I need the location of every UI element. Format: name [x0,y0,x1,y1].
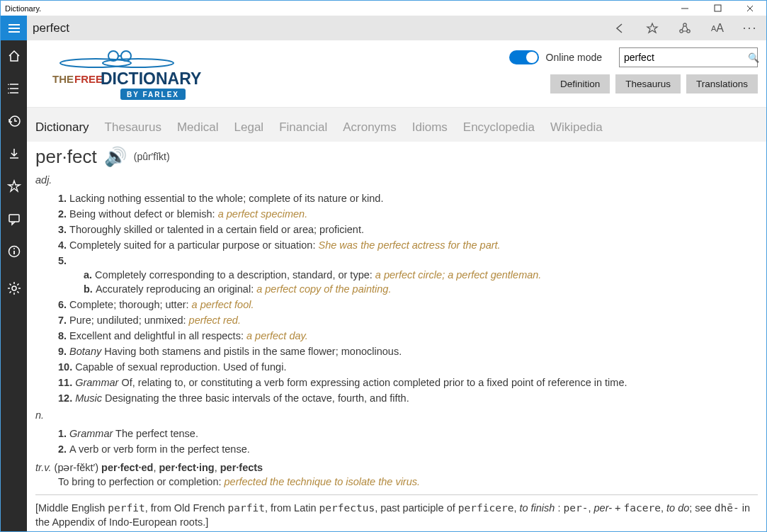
online-mode-row: Online mode [509,50,602,64]
entry-body: per·fect 🔊 (pûr′fĭkt) adj. 1.Lacking not… [27,142,766,531]
search-icon[interactable]: 🔍 [748,52,759,63]
svg-point-15 [12,286,16,290]
definition-item: 11.Grammar Of, relating to, or constitut… [58,375,758,390]
svg-point-9 [687,29,690,32]
window-title: Dictionary. [5,4,669,13]
definitions-n: 1.Grammar The perfect tense.2.A verb or … [35,426,758,456]
header-right: Online mode 🔍 Definition Thesaurus Trans… [509,47,758,94]
definition-item: 12.Music Designating the three basic int… [58,391,758,405]
tab-financial[interactable]: Financial [279,120,327,135]
pos-n: n. [35,408,758,422]
toolbar-right: AA ··· [603,16,766,40]
speaker-icon[interactable]: 🔊 [104,145,127,170]
svg-point-8 [680,29,683,32]
trv-def: To bring to perfection or completion: [58,476,225,487]
logo-dict: DICTIONARY [101,69,201,88]
category-tabs: Dictionary Thesaurus Medical Legal Finan… [27,107,766,142]
definition-item: 9.Botany Having both stamens and pistils… [58,344,758,358]
definition-item: 8.Excellent and delightful in all respec… [58,329,758,343]
transitive-verb: tr.v. (pər-fĕkt′) per·fect·ed, per·fect·… [35,460,758,489]
text-size-button[interactable]: AA [701,16,734,40]
definition-item: 2.A verb or verb form in the perfect ten… [58,442,758,456]
headword: per·fect [35,145,97,170]
search-box[interactable]: 🔍 [619,47,758,67]
svg-rect-1 [715,5,721,11]
sidebar-history-icon[interactable] [1,111,27,131]
sidebar-home-icon[interactable] [1,46,27,66]
thesaurus-button[interactable]: Thesaurus [615,74,681,94]
favorite-button[interactable] [636,16,669,40]
sidebar-settings-icon[interactable] [1,278,27,298]
definition-item: 4.Completely suited for a particular pur… [58,238,758,252]
svg-point-14 [13,248,15,249]
sidebar-info-icon[interactable] [1,242,27,261]
current-word: perfect [27,16,603,40]
pronunciation: (pûr′fĭkt) [134,150,170,164]
mode-buttons: Definition Thesaurus Translations [550,74,758,94]
app-toolbar: perfect AA ··· [0,16,767,40]
definition-item: 1.Lacking nothing essential to the whole… [58,191,758,205]
logo-the: THE [52,73,74,85]
more-button[interactable]: ··· [734,16,766,40]
svg-point-17 [103,59,174,67]
logo-byline: BY FARLEX [127,91,179,98]
svg-point-16 [60,59,131,67]
tab-thesaurus[interactable]: Thesaurus [105,120,161,135]
trv-ex: perfected the technique to isolate the v… [225,476,420,487]
tab-dictionary[interactable]: Dictionary [35,120,89,135]
online-mode-toggle[interactable] [509,50,539,64]
headword-row: per·fect 🔊 (pûr′fĭkt) [35,145,758,170]
divider [35,494,758,495]
tab-acronyms[interactable]: Acronyms [343,120,397,135]
share-button[interactable] [669,16,701,40]
trv-form-2: per·fect·ing [159,462,215,473]
hamburger-button[interactable] [1,16,27,40]
search-input[interactable] [624,52,748,63]
back-button[interactable] [603,16,636,40]
window-titlebar: Dictionary. [0,0,767,16]
content-header: THE FREE DICTIONARY BY FARLEX Online mod… [27,40,766,107]
definition-item: 3.Thoroughly skilled or talented in a ce… [58,222,758,237]
etymology: [Middle English perfit, from Old French … [35,501,758,529]
definition-item: 7.Pure; undiluted; unmixed: perfect red. [58,313,758,327]
definition-item: 2.Being without defect or blemish: a per… [58,207,758,221]
sidebar-bookmarks-icon[interactable] [1,79,27,98]
trv-form-3: per·fects [220,462,263,473]
sidebar-feedback-icon[interactable] [1,209,27,229]
pos-trv: tr.v. [35,462,52,473]
definition-item: 6.Complete; thorough; utter: a perfect f… [58,298,758,312]
main-area: THE FREE DICTIONARY BY FARLEX Online mod… [0,40,767,532]
sidebar [1,40,27,531]
online-mode-label: Online mode [546,52,602,63]
pos-adj: adj. [35,173,758,187]
tab-encyclopedia[interactable]: Encyclopedia [463,120,535,135]
close-button[interactable] [734,1,766,16]
logo-free: FREE [74,73,103,85]
sidebar-download-icon[interactable] [1,144,27,164]
minimize-button[interactable] [669,1,701,16]
tab-wikipedia[interactable]: Wikipedia [550,120,603,135]
tab-legal[interactable]: Legal [234,120,264,135]
definitions-adj: 1.Lacking nothing essential to the whole… [35,191,758,405]
trv-phon: (pər-fĕkt′) [55,462,98,473]
trv-form-1: per·fect·ed [101,462,153,473]
tab-medical[interactable]: Medical [177,120,219,135]
svg-rect-11 [9,215,19,222]
maximize-button[interactable] [701,1,734,16]
definition-item: 5.a.Completely corresponding to a descri… [58,254,758,296]
definition-button[interactable]: Definition [550,74,610,94]
translations-button[interactable]: Translations [686,74,758,94]
definition-item: 1.Grammar The perfect tense. [58,426,758,441]
logo: THE FREE DICTIONARY BY FARLEX [35,47,220,107]
content-column: THE FREE DICTIONARY BY FARLEX Online mod… [27,40,766,531]
tab-idioms[interactable]: Idioms [412,120,448,135]
sidebar-star-icon[interactable] [1,176,27,196]
definition-item: 10.Capable of sexual reproduction. Used … [58,360,758,374]
